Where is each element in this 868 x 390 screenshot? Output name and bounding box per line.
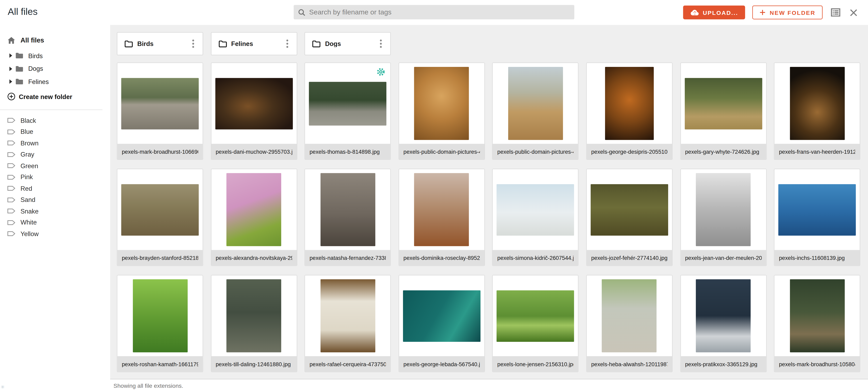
file-footer: pexels-frans-van-heerden-191217... (775, 144, 860, 159)
thumbnail-wrap (117, 169, 203, 250)
thumbnail-wrap (399, 275, 484, 356)
file-name: pexels-mark-broadhurst-105804.jpg (779, 361, 855, 367)
file-name: pexels-natasha-fernandez-733835... (310, 255, 386, 261)
thumbnail-wrap (493, 169, 578, 250)
file-card[interactable]: pexels-public-domain-pictures-41... (399, 62, 485, 160)
image-thumbnail (684, 78, 762, 129)
tag-filter-white[interactable]: White (0, 217, 110, 228)
sidebar-item-all-files[interactable]: All files (0, 34, 110, 46)
folder-card-felines[interactable]: Felines (211, 32, 297, 55)
file-card[interactable]: pexels-gary-whyte-724626.jpg (680, 62, 767, 160)
tag-icon (7, 163, 16, 169)
file-card[interactable]: pexels-mark-broadhurst-106690.jpg (117, 62, 203, 160)
file-name: pexels-inchs-11608139.jpg (779, 255, 845, 261)
folder-card-dogs[interactable]: Dogs (305, 32, 391, 55)
file-card[interactable]: pexels-lone-jensen-2156310.jpg (492, 275, 579, 372)
file-name: pexels-dani-muchow-2955703.jpg (216, 149, 292, 155)
tag-filter-red[interactable]: Red (0, 183, 110, 194)
file-name: pexels-dominika-roseclay-895259.... (403, 255, 480, 261)
file-card[interactable]: pexels-till-daling-12461880.jpg (211, 275, 297, 372)
file-card[interactable]: pexels-jean-van-der-meulen-2078... (680, 169, 767, 266)
caret-right-icon[interactable] (9, 79, 13, 84)
thumbnail-wrap (305, 169, 390, 250)
tag-filter-sand[interactable]: Sand (0, 194, 110, 205)
file-card[interactable]: pexels-george-lebada-567540.jpg (399, 275, 485, 372)
sidebar-item-felines[interactable]: Felines (0, 75, 110, 88)
file-card[interactable]: pexels-heba-alwahsh-12011987.jpg (586, 275, 673, 372)
new-folder-button[interactable]: NEW FOLDER (753, 5, 823, 19)
file-name: pexels-pratikxox-3365129.jpg (685, 361, 757, 367)
image-thumbnail (320, 173, 375, 246)
loading-spinner: ✳ (1, 384, 5, 390)
file-footer: pexels-dani-muchow-2955703.jpg (211, 144, 297, 159)
tag-filter-label: Red (21, 185, 32, 192)
file-card[interactable]: pexels-rafael-cerqueira-4737508.jpg (305, 275, 391, 372)
tag-filter-pink[interactable]: Pink (0, 171, 110, 183)
tag-filter-label: Brown (21, 140, 39, 147)
file-footer: pexels-public-domain-pictures-41... (399, 144, 484, 159)
file-card[interactable]: pexels-jozef-fehér-2774140.jpg (586, 169, 673, 266)
folder-menu-button[interactable] (188, 37, 198, 51)
thumbnail-wrap (681, 275, 766, 356)
caret-right-icon[interactable] (9, 66, 13, 71)
file-name: pexels-roshan-kamath-1661179.jpg (122, 361, 198, 367)
file-name: pexels-rafael-cerqueira-4737508.jpg (310, 361, 386, 367)
folder-card-birds[interactable]: Birds (117, 32, 203, 55)
thumbnail-wrap (587, 275, 672, 356)
caret-right-icon[interactable] (9, 53, 13, 58)
close-button[interactable] (849, 7, 859, 18)
file-footer: pexels-george-lebada-567540.jpg (399, 356, 484, 372)
tag-filter-brown[interactable]: Brown (0, 137, 110, 149)
folder-menu-button[interactable] (282, 37, 292, 51)
thumbnail-wrap (399, 169, 484, 250)
file-card[interactable]: pexels-mark-broadhurst-105804.jpg (774, 275, 860, 372)
search-input[interactable] (309, 8, 570, 16)
folder-menu-button[interactable] (376, 37, 386, 51)
file-card[interactable]: pexels-public-domain-pictures-41... (492, 62, 579, 160)
tag-filter-green[interactable]: Green (0, 160, 110, 171)
tag-filter-label: Gray (21, 151, 34, 158)
kebab-menu-icon (286, 39, 288, 48)
file-card[interactable]: pexels-alexandra-novitskaya-2951... (211, 169, 297, 266)
folder-card-label: Dogs (325, 40, 376, 47)
file-card[interactable]: pexels-thomas-b-814898.jpg (305, 62, 391, 160)
tag-filter-label: Green (21, 162, 38, 169)
file-card[interactable]: pexels-frans-van-heerden-191217... (774, 62, 860, 160)
folder-outline-icon (125, 40, 133, 47)
file-footer: pexels-jozef-fehér-2774140.jpg (587, 250, 672, 265)
close-icon (850, 8, 858, 16)
tag-filter-black[interactable]: Black (0, 115, 110, 126)
status-text: Showing all file extensions. (114, 382, 183, 389)
tag-filter-label: White (21, 219, 37, 226)
file-card[interactable]: pexels-inchs-11608139.jpg (774, 169, 860, 266)
thumbnail-wrap (305, 275, 390, 356)
tag-icon (7, 208, 16, 214)
list-view-button[interactable] (830, 7, 841, 18)
file-card[interactable]: pexels-brayden-stanford-8521834.... (117, 169, 203, 266)
create-new-folder-label: Create new folder (19, 93, 72, 100)
file-card[interactable]: pexels-simona-kidrič-2607544.jpg (492, 169, 579, 266)
create-new-folder-button[interactable]: Create new folder (0, 90, 110, 103)
image-thumbnail (403, 290, 480, 342)
file-card[interactable]: pexels-pratikxox-3365129.jpg (680, 275, 767, 372)
tag-filter-blue[interactable]: Blue (0, 126, 110, 137)
sidebar-item-label: All files (21, 36, 44, 44)
circle-plus-icon (7, 92, 16, 101)
thumbnail-wrap (211, 275, 297, 356)
file-card[interactable]: pexels-dani-muchow-2955703.jpg (211, 62, 297, 160)
file-card[interactable]: pexels-george-desipris-2055100.jpg (586, 62, 673, 160)
folder-card-label: Felines (231, 40, 282, 47)
sidebar-item-dogs[interactable]: Dogs (0, 62, 110, 75)
tag-filter-gray[interactable]: Gray (0, 149, 110, 160)
file-card[interactable]: pexels-roshan-kamath-1661179.jpg (117, 275, 203, 372)
file-card[interactable]: pexels-natasha-fernandez-733835... (305, 169, 391, 266)
file-footer: pexels-alexandra-novitskaya-2951... (211, 250, 297, 265)
file-name: pexels-jean-van-der-meulen-2078... (685, 255, 762, 261)
upload-button[interactable]: UPLOAD... (683, 5, 745, 19)
tag-filter-snake[interactable]: Snake (0, 205, 110, 217)
sidebar-item-birds[interactable]: Birds (0, 49, 110, 62)
image-thumbnail (696, 173, 751, 246)
tag-filter-yellow[interactable]: Yellow (0, 228, 110, 239)
file-card[interactable]: pexels-dominika-roseclay-895259.... (399, 169, 485, 266)
tag-icon (7, 129, 16, 135)
